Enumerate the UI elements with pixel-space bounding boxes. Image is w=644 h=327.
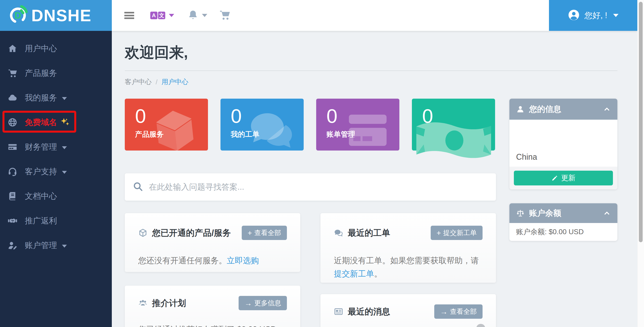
home-icon [8, 44, 18, 54]
headset-icon [8, 166, 18, 177]
page-scrollbar [637, 0, 644, 327]
sidebar-nav: 用户中心 产品服务 我的服务 [0, 31, 112, 258]
credit-card-icon [8, 142, 18, 152]
panel-account-balance: 账户余额 账户余额: $0.00 USD [510, 203, 618, 241]
stat-value: 0 [422, 106, 495, 126]
panel-title: 账户余额 [529, 208, 603, 219]
cloud-icon [8, 92, 18, 103]
sidebar-item-label: 推广返利 [25, 216, 57, 226]
arrow-right-icon: → [244, 299, 252, 307]
stat-tile-products[interactable]: 0 产品服务 [125, 99, 208, 150]
view-all-services-button[interactable]: + 查看全部 [242, 226, 287, 240]
sidebar-item-label: 账户管理 [25, 240, 57, 251]
book-icon [8, 191, 18, 201]
card-title: 最近的工单 [348, 227, 431, 239]
cart-button[interactable] [219, 9, 230, 22]
hamburger-menu-icon[interactable] [124, 12, 134, 19]
card-referral-program: 推介计划 → 更多信息 您已经通过推荐好友赚到了 $0.00 USD，您只需要再 [125, 286, 300, 327]
scrollbar-thumb[interactable] [639, 2, 643, 242]
sidebar-item-user-center[interactable]: 用户中心 [0, 36, 112, 61]
panel-your-info-header[interactable]: 您的信息 [510, 99, 618, 120]
chevron-down-icon [62, 97, 67, 100]
search-input[interactable] [149, 182, 488, 192]
panel-account-balance-header[interactable]: 账户余额 [510, 203, 618, 223]
language-selector[interactable]: A文 [150, 12, 174, 19]
brand-logo[interactable]: D DNSHE [0, 0, 112, 31]
account-balance-text: 账户余额: $0.00 USD [510, 223, 618, 241]
chevron-down-icon [62, 245, 67, 248]
bell-icon [188, 10, 198, 21]
users-icon [138, 298, 148, 308]
user-greeting: 您好, ! [584, 10, 607, 21]
panel-title: 您的信息 [529, 104, 603, 115]
referral-more-info-button[interactable]: → 更多信息 [238, 296, 287, 310]
chevron-down-icon [202, 14, 207, 17]
comments-icon [334, 228, 343, 238]
sidebar: D DNSHE 用户中心 产品服务 [0, 0, 112, 327]
stat-value: 0 [326, 106, 399, 126]
notifications-menu[interactable] [188, 10, 207, 21]
breadcrumb-parent[interactable]: 客户中心 [125, 78, 152, 86]
sparkles-icon [60, 118, 70, 127]
panel-your-info-body: China [510, 120, 618, 167]
arrow-right-icon: → [440, 308, 448, 315]
user-pen-icon [8, 240, 18, 250]
open-ticket-link[interactable]: 提交新工单 [334, 269, 374, 278]
sidebar-item-finance[interactable]: 财务管理 [0, 135, 112, 159]
cart-icon [219, 18, 230, 22]
sidebar-item-support[interactable]: 客户支持 [0, 159, 112, 184]
breadcrumb-current[interactable]: 用户中心 [162, 78, 188, 86]
sidebar-item-label: 用户中心 [25, 43, 57, 54]
stat-tile-billing[interactable]: 0 账单管理 [316, 99, 399, 150]
kb-search [125, 173, 496, 201]
card-body: 近期没有工单。如果您需要获取帮助，请 提交新工单。 [334, 254, 482, 280]
chevron-up-icon[interactable] [603, 105, 611, 113]
stat-label: 我的工单 [231, 130, 304, 139]
sidebar-item-label: 产品服务 [25, 68, 57, 79]
card-recent-news: 最近的消息 → 查看全部 [320, 294, 496, 327]
sidebar-item-label: 财务管理 [25, 142, 57, 152]
brand-name: DNSHE [31, 6, 92, 25]
sidebar-item-affiliate[interactable]: 推广返利 [0, 208, 112, 233]
panel-your-info-footer: 更新 [510, 167, 618, 190]
card-body: 您已经通过推荐好友赚到了 $0.00 USD，您只需要再 [138, 323, 287, 327]
stat-label: 产品服务 [135, 130, 208, 139]
cube-icon [138, 228, 148, 238]
newspaper-icon [334, 307, 343, 316]
update-info-button[interactable]: 更新 [514, 171, 613, 186]
balance-scale-icon [516, 209, 524, 218]
sidebar-item-docs[interactable]: 文档中心 [0, 184, 112, 208]
sidebar-item-my-services[interactable]: 我的服务 [0, 86, 112, 110]
page-title: 欢迎回来, [125, 42, 188, 63]
plus-icon: + [436, 229, 441, 237]
panel-your-info: 您的信息 China 更新 [510, 99, 618, 190]
main-content: 欢迎回来, 客户中心 / 用户中心 0 产品服务 0 我的工单 [112, 31, 637, 327]
shop-now-link[interactable]: 立即选购 [227, 256, 259, 265]
submit-ticket-button[interactable]: + 提交新工单 [431, 226, 482, 240]
user-icon [516, 105, 524, 114]
sidebar-item-label: 客户支持 [25, 166, 57, 177]
chevron-down-icon [62, 171, 67, 174]
breadcrumb: 客户中心 / 用户中心 [125, 78, 188, 86]
handshake-icon [8, 216, 18, 226]
plus-icon: + [248, 229, 252, 237]
card-title: 您已开通的产品/服务 [152, 227, 242, 239]
chevron-up-icon[interactable] [603, 209, 611, 217]
topbar: A文 您好, ! [112, 0, 637, 31]
card-title: 推介计划 [152, 298, 238, 309]
sidebar-item-label: 我的服务 [25, 92, 57, 103]
stat-value: 0 [231, 106, 304, 126]
sidebar-item-free-domain[interactable]: 免费域名 [0, 110, 112, 135]
pencil-icon [552, 175, 558, 182]
cart-icon [8, 68, 18, 78]
chevron-down-icon [613, 14, 618, 17]
news-view-all-button[interactable]: → 查看全部 [434, 304, 482, 319]
card-body: 您还没有开通任何服务。立即选购 [138, 254, 287, 267]
stat-tile-referral[interactable]: 0 推介返佣 [412, 99, 495, 150]
stat-tile-tickets[interactable]: 0 我的工单 [220, 99, 304, 150]
sidebar-item-products[interactable]: 产品服务 [0, 61, 112, 86]
stat-label: 推介返佣 [422, 130, 495, 139]
sidebar-item-account[interactable]: 账户管理 [0, 233, 112, 258]
card-active-services: 您已开通的产品/服务 + 查看全部 您还没有开通任何服务。立即选购 [125, 213, 300, 272]
user-menu[interactable]: 您好, ! [549, 0, 637, 31]
